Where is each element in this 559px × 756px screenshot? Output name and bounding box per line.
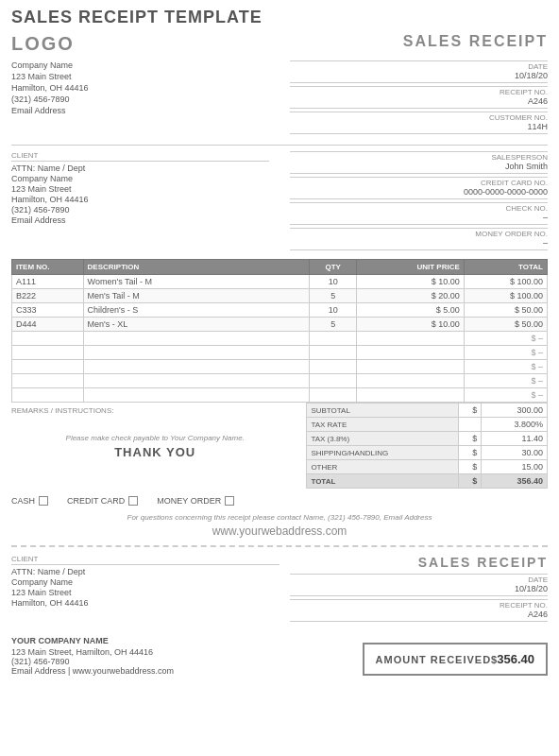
bottom-date-value: 10/18/20	[290, 584, 548, 596]
bottom-section: Remarks / Instructions: Please make chec…	[11, 403, 548, 489]
cell-total: $ 100.00	[464, 289, 547, 303]
total-value: 356.40	[482, 474, 548, 489]
cell-qty	[310, 346, 357, 360]
client-section: CLIENT ATTN: Name / Dept Company Name 12…	[11, 151, 269, 253]
cell-item: D444	[12, 318, 84, 332]
client-salesperson-section: CLIENT ATTN: Name / Dept Company Name 12…	[11, 151, 548, 253]
bottom-receipt: CLIENT ATTN: Name / Dept Company Name 12…	[11, 555, 548, 625]
company-name: Company Name	[11, 60, 269, 71]
cell-qty: 5	[310, 318, 357, 332]
client-label: CLIENT	[11, 151, 269, 162]
col-unit-price: UNIT PRICE	[357, 260, 464, 275]
cell-total: $ –	[464, 388, 547, 403]
amount-received-box: AMOUNT RECEIVED $ 356.40	[363, 643, 548, 676]
table-row: $ –	[12, 346, 548, 360]
company-email: Email Address	[11, 106, 269, 116]
thank-you-text: THANK YOU	[11, 445, 298, 459]
credit-card-value: 0000-0000-0000-0000	[290, 187, 548, 199]
cell-desc	[83, 346, 309, 360]
table-row: $ –	[12, 374, 548, 388]
cell-item	[12, 388, 84, 403]
cell-desc	[83, 332, 309, 346]
tax-value: 11.40	[482, 432, 548, 446]
sales-receipt-header-label: SALES RECEIPT	[403, 33, 548, 50]
cell-total: $ –	[464, 374, 547, 388]
tax-rate-label: TAX RATE	[307, 418, 458, 432]
client-email: Email Address	[11, 215, 269, 225]
cell-item: C333	[12, 303, 84, 318]
client-company: Company Name	[11, 174, 269, 183]
salesperson-section: SALESPERSON John Smith CREDIT CARD NO. 0…	[290, 151, 548, 253]
company-phone: (321) 456-7890	[11, 94, 269, 105]
company-info-section: Company Name 123 Main Street Hamilton, O…	[11, 60, 548, 137]
bottom-company: YOUR COMPANY NAME 123 Main Street, Hamil…	[11, 636, 174, 676]
cell-qty: 10	[310, 275, 357, 289]
money-order-field: MONEY ORDER NO. –	[290, 228, 548, 250]
remarks-label: Remarks / Instructions:	[11, 406, 298, 415]
items-table: ITEM NO. DESCRIPTION QTY UNIT PRICE TOTA…	[11, 259, 548, 403]
bottom-left: Remarks / Instructions: Please make chec…	[11, 403, 306, 489]
bottom-date-label: DATE	[290, 574, 548, 584]
subtotal-row: SUBTOTAL $ 300.00	[307, 404, 548, 418]
receipt-no-label: RECEIPT NO.	[290, 86, 548, 96]
money-order-label: MONEY ORDER NO.	[290, 228, 548, 238]
cell-total: $ 50.00	[464, 318, 547, 332]
total-label: TOTAL	[307, 474, 458, 489]
cell-desc	[83, 374, 309, 388]
cell-unit-price: $ 10.00	[357, 318, 464, 332]
credit-checkbox[interactable]	[128, 496, 138, 506]
shipping-label: SHIPPING/HANDLING	[307, 446, 458, 460]
check-field: CHECK NO. –	[290, 202, 548, 225]
dashed-divider	[11, 545, 548, 547]
cell-total: $ –	[464, 360, 547, 374]
amount-received-value: 356.40	[497, 652, 534, 666]
cell-unit-price: $ 5.00	[357, 303, 464, 318]
cell-unit-price: $ 20.00	[357, 289, 464, 303]
cell-desc	[83, 360, 309, 374]
bottom-receipt-no-value: A246	[290, 610, 548, 622]
receipt-no-field: RECEIPT NO. A246	[290, 86, 548, 109]
logo: LOGO	[11, 33, 75, 55]
cell-item	[12, 332, 84, 346]
other-label: OTHER	[307, 460, 458, 474]
money-order-label: MONEY ORDER	[157, 496, 221, 506]
bottom-company-amount: YOUR COMPANY NAME 123 Main Street, Hamil…	[11, 630, 548, 676]
col-total: TOTAL	[464, 260, 547, 275]
date-label: DATE	[290, 60, 548, 71]
receipt-no-value: A246	[290, 96, 548, 109]
check-label: CHECK NO.	[290, 202, 548, 213]
cell-qty: 5	[310, 289, 357, 303]
cell-unit-price	[357, 388, 464, 403]
cell-item	[12, 360, 84, 374]
subtotal-value: 300.00	[482, 404, 548, 418]
cell-item: B222	[12, 289, 84, 303]
salesperson-label: SALESPERSON	[290, 151, 548, 162]
cash-label: CASH	[11, 496, 35, 506]
shipping-value: 30.00	[482, 446, 548, 460]
bottom-company-phone: (321) 456-7890	[11, 657, 174, 666]
bottom-date-field: DATE 10/18/20	[290, 574, 548, 596]
thank-you-section: Please make check payable to Your Compan…	[11, 434, 298, 459]
cell-desc: Men's - XL	[83, 318, 309, 332]
client-address1: 123 Main Street	[11, 184, 269, 194]
table-header: ITEM NO. DESCRIPTION QTY UNIT PRICE TOTA…	[12, 260, 548, 275]
credit-label: CREDIT CARD	[67, 496, 125, 506]
credit-card-field: CREDIT CARD NO. 0000-0000-0000-0000	[290, 177, 548, 199]
money-order-checkbox[interactable]	[225, 496, 234, 506]
subtotal-dollar: $	[458, 404, 482, 418]
cell-item	[12, 374, 84, 388]
cell-unit-price	[357, 346, 464, 360]
cell-qty: 10	[310, 303, 357, 318]
bottom-address1: 123 Main Street	[11, 588, 280, 597]
cell-unit-price	[357, 374, 464, 388]
contact-info: For questions concerning this receipt pl…	[11, 513, 548, 522]
cell-total: $ 50.00	[464, 303, 547, 318]
company-address1: 123 Main Street	[11, 72, 269, 82]
cell-unit-price	[357, 360, 464, 374]
client-address2: Hamilton, OH 44416	[11, 195, 269, 204]
table-row: $ –	[12, 388, 548, 403]
cash-checkbox[interactable]	[39, 496, 48, 506]
customer-no-value: 114H	[290, 122, 548, 134]
date-value: 10/18/20	[290, 71, 548, 83]
bottom-client-label: CLIENT	[11, 555, 280, 565]
